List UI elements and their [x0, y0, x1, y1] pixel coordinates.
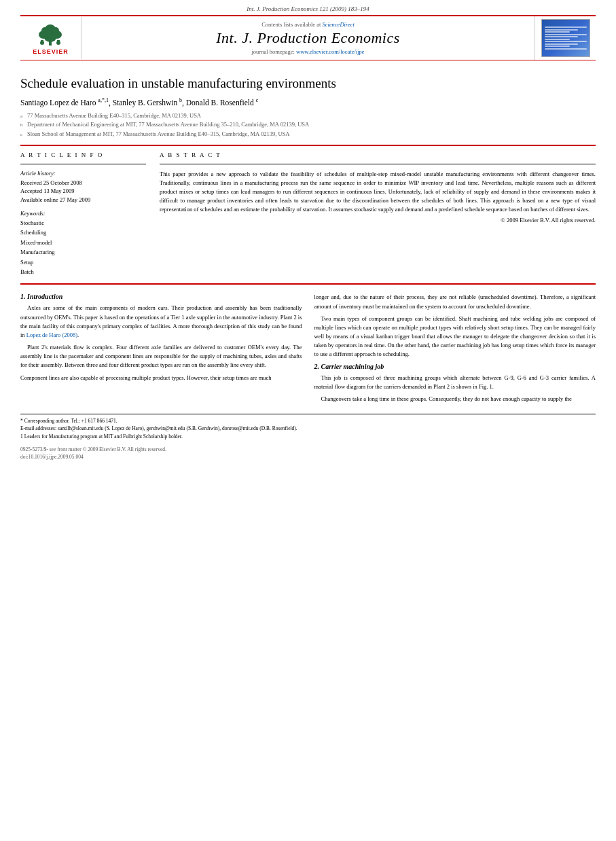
thumb-line-2: [545, 29, 579, 31]
keyword-4: Setup: [20, 257, 146, 267]
section-1-heading: 1. Introduction: [20, 293, 302, 300]
journal-url-link[interactable]: www.elsevier.com/locate/ijpe: [296, 48, 364, 55]
affil-sup-a: a: [20, 113, 26, 120]
affiliations: a 77 Massachusetts Avenue Building E40–3…: [20, 111, 596, 139]
thumb-line-9: [545, 46, 570, 47]
thumb-line-6: [545, 39, 570, 40]
footer-email: E-mail addresses: santilh@sloan.mit.edu …: [20, 425, 596, 432]
abstract-copyright: © 2009 Elsevier B.V. All rights reserved…: [160, 217, 596, 223]
divider-abstract: [160, 164, 596, 164]
footer-section: * Corresponding author. Tel.: +1 617 866…: [20, 414, 596, 440]
journal-title-container: Contents lists available at ScienceDirec…: [81, 17, 535, 59]
thumb-line-7: [545, 41, 587, 42]
divider-article-info: [20, 164, 146, 164]
keywords-label: Keywords:: [20, 210, 146, 217]
footer-bottom: 0925-5273/$- see front matter © 2009 Els…: [20, 446, 596, 461]
author-sup-b: b: [179, 97, 182, 103]
science-direct-link[interactable]: ScienceDirect: [322, 21, 354, 28]
thumb-line-4: [545, 34, 587, 35]
elsevier-logo: ELSEVIER: [33, 21, 69, 55]
divider-after-abstract: [20, 283, 596, 285]
intro-right-para-1: longer and, due to the nature of their p…: [314, 293, 596, 310]
affil-b: b Department of Mechanical Engineering a…: [20, 120, 596, 130]
footer-copyright-text: 0925-5273/$- see front matter © 2009 Els…: [20, 446, 166, 452]
article-info-heading: A R T I C L E I N F O: [20, 151, 146, 158]
article-history-label: Article history:: [20, 170, 146, 177]
svg-point-6: [52, 27, 59, 34]
affil-sup-c: c: [20, 131, 26, 139]
affil-text-b: Department of Mechanical Engineering at …: [27, 120, 309, 130]
footer-leaders: 1 Leaders for Manufacturing program at M…: [20, 433, 596, 440]
affil-c: c Sloan School of Management at MIT, 77 …: [20, 130, 596, 139]
info-abstract-columns: A R T I C L E I N F O Article history: R…: [20, 151, 596, 277]
journal-citation: Int. J. Production Economics 121 (2009) …: [0, 0, 616, 15]
thumb-line-8: [545, 43, 579, 45]
page: Int. J. Production Economics 121 (2009) …: [0, 0, 616, 841]
journal-homepage: journal homepage: www.elsevier.com/locat…: [88, 48, 528, 55]
body-columns: 1. Introduction Axles are some of the ma…: [20, 293, 596, 407]
author-sup-c: c: [256, 97, 259, 103]
thumb-line-5: [545, 36, 579, 37]
keyword-1: Scheduling: [20, 228, 146, 237]
affil-text-c: Sloan School of Management at MIT, 77 Ma…: [27, 130, 289, 139]
abstract-text: This paper provides a new approach to va…: [160, 170, 596, 215]
intro-right-para-2: Two main types of component groups can b…: [314, 315, 596, 359]
authors-line: Santiago Lopez de Haro a,*,1, Stanley B.…: [20, 96, 596, 109]
abstract-heading: A B S T R A C T: [160, 151, 596, 158]
contents-available-line: Contents lists available at ScienceDirec…: [88, 21, 528, 28]
section-2-heading: 2. Carrier machining job: [314, 363, 596, 370]
elsevier-wordmark: ELSEVIER: [33, 48, 69, 55]
footer-doi: doi:10.1016/j.ijpe.2009.05.004: [20, 454, 84, 460]
svg-rect-10: [57, 40, 60, 43]
keyword-0: Stochastic: [20, 218, 146, 228]
affil-sup-b: b: [20, 122, 26, 129]
history-accepted: Accepted 13 May 2009: [20, 187, 146, 196]
journal-title: Int. J. Production Economics: [88, 29, 528, 47]
svg-point-5: [41, 27, 48, 34]
journal-header: ELSEVIER Contents lists available at Sci…: [20, 15, 596, 60]
keyword-2: Mixed-model: [20, 238, 146, 247]
svg-rect-9: [41, 40, 43, 43]
intro-para-3: Component lines are also capable of proc…: [20, 374, 302, 382]
body-section: 1. Introduction Axles are some of the ma…: [20, 293, 596, 407]
main-content: Schedule evaluation in unstable manufact…: [0, 60, 616, 467]
intro-para-1: Axles are some of the main components of…: [20, 304, 302, 340]
divider-after-affiliations: [20, 145, 596, 146]
intro-para-2: Plant 2's materials flow is complex. Fou…: [20, 343, 302, 370]
haro-2008-link[interactable]: Lopez de Haro (2008): [26, 332, 77, 338]
article-title: Schedule evaluation in unstable manufact…: [20, 75, 596, 92]
keywords-section: Keywords: Stochastic Scheduling Mixed-mo…: [20, 210, 146, 277]
section2-para-2: Changeovers take a long time in these gr…: [314, 395, 596, 404]
thumb-line-1: [545, 26, 587, 28]
section2-para-1: This job is composed of three machining …: [314, 374, 596, 391]
article-info-column: A R T I C L E I N F O Article history: R…: [20, 151, 146, 277]
author-sup-a: a,*,1: [98, 97, 109, 103]
elsevier-logo-container: ELSEVIER: [20, 17, 81, 59]
affil-a: a 77 Massachusetts Avenue Building E40–3…: [20, 111, 596, 121]
thumb-line-3: [545, 31, 570, 33]
body-col-left: 1. Introduction Axles are some of the ma…: [20, 293, 302, 407]
thumb-line-10: [545, 48, 587, 50]
history-online: Available online 27 May 2009: [20, 196, 146, 204]
elsevier-tree-icon: [34, 21, 67, 47]
history-received: Received 25 October 2008: [20, 179, 146, 187]
keyword-3: Manufacturing: [20, 247, 146, 257]
abstract-column: A B S T R A C T This paper provides a ne…: [160, 151, 596, 277]
footer-corresponding: * Corresponding author. Tel.: +1 617 866…: [20, 417, 596, 425]
journal-thumbnail: [541, 19, 590, 57]
body-col-right: longer and, due to the nature of their p…: [314, 293, 596, 407]
journal-cover-thumb: [535, 16, 596, 60]
keyword-5: Batch: [20, 267, 146, 276]
affil-text-a: 77 Massachusetts Avenue Building E40–315…: [27, 111, 201, 121]
